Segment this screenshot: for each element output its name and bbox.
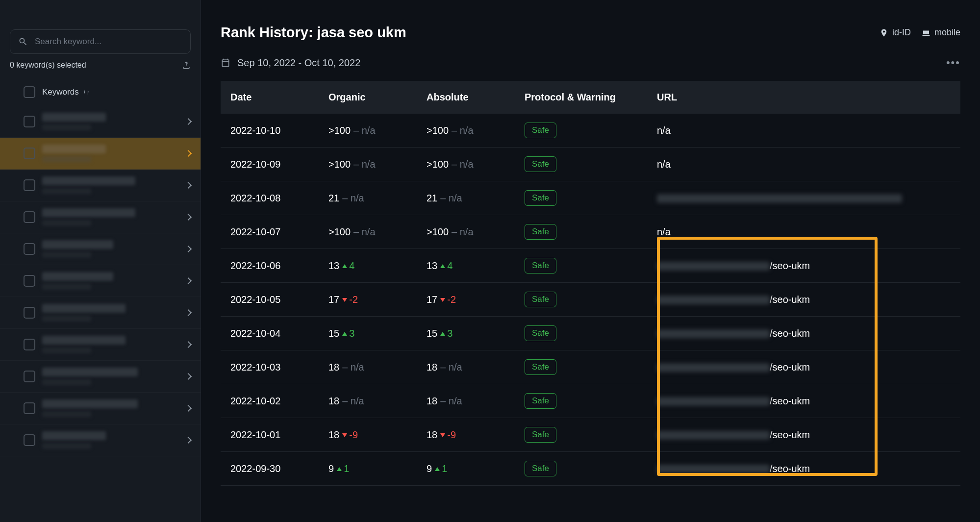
cell-protocol: Safe — [515, 384, 647, 418]
cell-organic: >100– n/a — [319, 148, 417, 181]
keyword-list-header[interactable]: Keywords — [0, 78, 201, 106]
keyword-item[interactable] — [0, 233, 201, 265]
keyword-checkbox[interactable] — [24, 179, 35, 191]
keyword-sub-blur — [42, 252, 91, 258]
table-row[interactable]: 2022-10-09>100– n/a>100– n/aSafen/a — [221, 148, 960, 181]
keyword-text — [42, 368, 186, 385]
keyword-text — [42, 176, 186, 194]
keyword-item[interactable] — [0, 297, 201, 329]
cell-organic: 17-2 — [319, 283, 417, 317]
rank-table: Date Organic Absolute Protocol & Warning… — [221, 81, 960, 486]
url-suffix: /seo-ukm — [770, 328, 810, 339]
table-row[interactable]: 2022-10-0821– n/a21– n/aSafex — [221, 181, 960, 215]
table-row[interactable]: 2022-10-0218– n/a18– n/aSafex/seo-ukm — [221, 384, 960, 418]
table-row[interactable]: 2022-10-0118-918-9Safex/seo-ukm — [221, 418, 960, 452]
keyword-checkbox[interactable] — [24, 243, 35, 255]
col-date[interactable]: Date — [221, 81, 319, 114]
search-input[interactable] — [35, 37, 182, 47]
keyword-title-blur — [42, 304, 126, 313]
keyword-checkbox[interactable] — [24, 116, 35, 127]
keyword-checkbox[interactable] — [24, 402, 35, 414]
chevron-right-icon — [185, 246, 192, 252]
export-icon[interactable] — [182, 61, 191, 70]
keyword-text — [42, 145, 186, 162]
keyword-sub-blur — [42, 379, 91, 385]
keyword-item[interactable] — [0, 329, 201, 361]
cell-date: 2022-10-04 — [221, 317, 319, 350]
chevron-right-icon — [185, 437, 192, 444]
table-row[interactable]: 2022-10-04153153Safex/seo-ukm — [221, 317, 960, 350]
keyword-list — [0, 106, 201, 522]
keyword-sub-blur — [42, 220, 91, 226]
cell-absolute: 91 — [417, 452, 515, 486]
more-menu[interactable]: ••• — [946, 56, 960, 69]
cell-url: x/seo-ukm — [647, 452, 960, 486]
col-protocol[interactable]: Protocol & Warning — [515, 81, 647, 114]
arrow-up-icon — [440, 332, 445, 336]
table-row[interactable]: 2022-10-06134134Safex/seo-ukm — [221, 249, 960, 283]
cell-url: x/seo-ukm — [647, 249, 960, 283]
cell-absolute: >100– n/a — [417, 148, 515, 181]
cell-absolute: >100– n/a — [417, 215, 515, 249]
search-icon — [18, 37, 28, 47]
keyword-sub-blur — [42, 124, 91, 130]
keyword-checkbox[interactable] — [24, 339, 35, 350]
keyword-item[interactable] — [0, 170, 201, 201]
url-blur: x — [657, 363, 770, 372]
cell-protocol: Safe — [515, 249, 647, 283]
cell-date: 2022-10-08 — [221, 181, 319, 215]
cell-url: x/seo-ukm — [647, 317, 960, 350]
cell-url: n/a — [647, 148, 960, 181]
arrow-up-icon — [337, 467, 342, 471]
cell-date: 2022-09-30 — [221, 452, 319, 486]
select-all-checkbox[interactable] — [24, 86, 35, 98]
arrow-down-icon — [440, 298, 445, 302]
cell-protocol: Safe — [515, 181, 647, 215]
keyword-sub-blur — [42, 443, 91, 449]
keyword-checkbox[interactable] — [24, 434, 35, 446]
keyword-item[interactable] — [0, 424, 201, 456]
keyword-checkbox[interactable] — [24, 307, 35, 319]
keyword-checkbox[interactable] — [24, 371, 35, 382]
url-blur: x — [657, 329, 770, 338]
calendar-icon — [221, 58, 230, 68]
keyword-checkbox[interactable] — [24, 211, 35, 223]
cell-date: 2022-10-05 — [221, 283, 319, 317]
keyword-item[interactable] — [0, 265, 201, 297]
cell-absolute: 153 — [417, 317, 515, 350]
table-row[interactable]: 2022-10-10>100– n/a>100– n/aSafen/a — [221, 114, 960, 148]
keyword-text — [42, 208, 186, 226]
table-row[interactable]: 2022-10-0318– n/a18– n/aSafex/seo-ukm — [221, 350, 960, 384]
cell-date: 2022-10-03 — [221, 350, 319, 384]
keyword-item[interactable] — [0, 393, 201, 424]
col-url[interactable]: URL — [647, 81, 960, 114]
keyword-item[interactable] — [0, 138, 201, 170]
sort-icon[interactable] — [83, 89, 90, 96]
safe-badge: Safe — [525, 190, 556, 206]
cell-organic: 21– n/a — [319, 181, 417, 215]
arrow-up-icon — [435, 467, 440, 471]
table-row[interactable]: 2022-10-07>100– n/a>100– n/aSafen/a — [221, 215, 960, 249]
cell-absolute: 21– n/a — [417, 181, 515, 215]
cell-absolute: 18– n/a — [417, 384, 515, 418]
col-organic[interactable]: Organic — [319, 81, 417, 114]
date-range-picker[interactable]: Sep 10, 2022 - Oct 10, 2022 — [221, 57, 360, 69]
keyword-checkbox[interactable] — [24, 148, 35, 159]
keyword-text — [42, 399, 186, 417]
keyword-checkbox[interactable] — [24, 275, 35, 287]
search-box[interactable] — [10, 29, 191, 54]
url-suffix: /seo-ukm — [770, 260, 810, 271]
table-row[interactable]: 2022-10-0517-217-2Safex/seo-ukm — [221, 283, 960, 317]
keyword-item[interactable] — [0, 201, 201, 233]
cell-url: x — [647, 181, 960, 215]
cell-organic: 18-9 — [319, 418, 417, 452]
table-row[interactable]: 2022-09-309191Safex/seo-ukm — [221, 452, 960, 486]
cell-absolute: 18– n/a — [417, 350, 515, 384]
keyword-item[interactable] — [0, 106, 201, 138]
arrow-up-icon — [342, 332, 347, 336]
keyword-item[interactable] — [0, 361, 201, 393]
cell-date: 2022-10-06 — [221, 249, 319, 283]
col-absolute[interactable]: Absolute — [417, 81, 515, 114]
locale-tag: id-ID — [879, 27, 911, 38]
cell-organic: 153 — [319, 317, 417, 350]
